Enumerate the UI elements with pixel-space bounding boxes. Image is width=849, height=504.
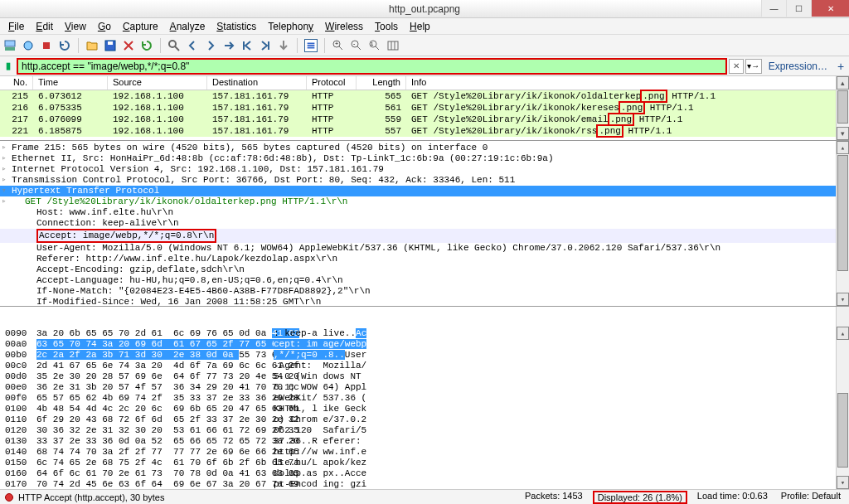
detail-useragent[interactable]: User-Agent: Mozilla/5.0 (Windows NT 6.1;…: [0, 243, 849, 254]
go-first-icon[interactable]: [240, 39, 254, 52]
interfaces-icon[interactable]: [3, 39, 17, 52]
start-capture-icon[interactable]: [22, 39, 35, 52]
packet-list-scrollbar[interactable]: ▴ ▾: [836, 76, 849, 140]
go-back-icon[interactable]: [186, 39, 199, 52]
menu-analyze[interactable]: Analyze: [165, 19, 211, 34]
detail-ethernet[interactable]: Ethernet II, Src: HonHaiPr_6d:48:8b (cc:…: [0, 153, 849, 164]
close-button[interactable]: ✕: [811, 0, 849, 17]
menu-capture[interactable]: Capture: [118, 19, 163, 34]
svg-rect-5: [108, 41, 113, 45]
clear-filter-button[interactable]: ✕: [729, 59, 744, 74]
restart-capture-icon[interactable]: [58, 39, 71, 52]
menu-telephony[interactable]: Telephony: [263, 19, 318, 34]
hex-row[interactable]: 014068 74 74 70 3a 2f 2f 77 77 77 2e 69 …: [0, 447, 849, 458]
close-file-icon[interactable]: [122, 39, 135, 52]
packet-details-pane[interactable]: Frame 215: 565 bytes on wire (4520 bits)…: [0, 141, 849, 307]
details-scrollbar[interactable]: ▴ ▾: [836, 141, 849, 306]
scroll-down-icon[interactable]: ▾: [837, 476, 849, 489]
hex-row[interactable]: 013033 37 2e 33 36 0d 0a 52 65 66 65 72 …: [0, 436, 849, 447]
detail-frame[interactable]: Frame 215: 565 bytes on wire (4520 bits)…: [0, 143, 849, 153]
hex-row[interactable]: 00e036 2e 31 3b 20 57 4f 57 36 34 29 20 …: [0, 382, 849, 393]
hex-row[interactable]: 00c02d 41 67 65 6e 74 3a 20 4d 6f 7a 69 …: [0, 361, 849, 371]
menu-go[interactable]: Go: [93, 19, 116, 34]
zoom-out-icon[interactable]: -: [350, 39, 363, 52]
hex-row[interactable]: 00b02c 2a 2f 2a 3b 71 3d 30 2e 38 0d 0a …: [0, 350, 849, 361]
packet-row[interactable]: 2156.073612192.168.1.100157.181.161.79HT…: [0, 90, 849, 102]
bookmark-filter-icon[interactable]: ▮: [2, 60, 15, 73]
hex-row[interactable]: 00a063 65 70 74 3a 20 69 6d 61 67 65 2f …: [0, 339, 849, 350]
detail-ip[interactable]: Internet Protocol Version 4, Src: 192.16…: [0, 164, 849, 175]
menu-help[interactable]: Help: [405, 19, 435, 34]
scroll-down-icon[interactable]: ▾: [837, 127, 849, 140]
detail-tcp[interactable]: Transmission Control Protocol, Src Port:…: [0, 175, 849, 186]
hex-row[interactable]: 01106f 29 20 43 68 72 6f 6d 65 2f 33 37 …: [0, 414, 849, 425]
add-filter-button[interactable]: +: [834, 60, 847, 73]
menu-view[interactable]: View: [60, 19, 91, 34]
reload-icon[interactable]: [140, 39, 153, 52]
expression-button[interactable]: Expression…: [764, 61, 832, 72]
detail-accept-language[interactable]: Accept-Language: hu-HU,hu;q=0.8,en-US;q=…: [0, 275, 849, 286]
col-destination[interactable]: Destination: [207, 76, 307, 90]
menu-tools[interactable]: Tools: [370, 19, 403, 34]
find-icon[interactable]: [167, 39, 181, 52]
go-to-icon[interactable]: [222, 39, 235, 52]
scroll-thumb[interactable]: [837, 155, 848, 271]
menu-wireless[interactable]: Wireless: [320, 19, 368, 34]
packet-row[interactable]: 2176.076099192.168.1.100157.181.161.79HT…: [0, 114, 849, 125]
hex-scrollbar[interactable]: ▴ ▾: [836, 307, 849, 489]
minimize-button[interactable]: —: [761, 0, 786, 17]
maximize-button[interactable]: ☐: [786, 0, 811, 17]
detail-referer[interactable]: Referer: http://www.inf.elte.hu/Lapok/ke…: [0, 254, 849, 264]
detail-if-none-match[interactable]: If-None-Match: "{02084E23-E4E5-4B60-A38B…: [0, 286, 849, 297]
scroll-thumb[interactable]: [837, 90, 848, 124]
hex-row[interactable]: 00f065 57 65 62 4b 69 74 2f 35 33 37 2e …: [0, 393, 849, 404]
go-last-icon[interactable]: [259, 39, 272, 52]
packet-row[interactable]: 2166.075335192.168.1.100157.181.161.79HT…: [0, 102, 849, 114]
scroll-thumb[interactable]: [837, 393, 848, 468]
zoom-reset-icon[interactable]: 1: [368, 39, 381, 52]
hex-row[interactable]: 012030 36 32 2e 31 32 30 20 53 61 66 61 …: [0, 425, 849, 436]
hex-row[interactable]: 016064 6f 6c 61 70 2e 61 73 70 78 0d 0a …: [0, 468, 849, 479]
stop-capture-icon[interactable]: [40, 39, 53, 52]
hex-row[interactable]: 01506c 74 65 2e 68 75 2f 4c 61 70 6f 6b …: [0, 458, 849, 468]
scroll-up-icon[interactable]: ▴: [837, 76, 849, 90]
col-length[interactable]: Length: [357, 76, 406, 90]
scroll-up-icon[interactable]: ▴: [837, 327, 849, 340]
detail-accept[interactable]: Accept: image/webp,*/*;q=0.8\r\n: [0, 229, 849, 243]
hex-row[interactable]: 00d035 2e 30 20 28 57 69 6e 64 6f 77 73 …: [0, 371, 849, 382]
auto-scroll-icon[interactable]: [277, 39, 290, 52]
col-protocol[interactable]: Protocol: [307, 76, 357, 90]
expert-info-icon[interactable]: [5, 493, 13, 502]
apply-filter-button[interactable]: ▾→: [745, 59, 762, 74]
detail-http[interactable]: Hypertext Transfer Protocol: [0, 186, 849, 196]
detail-if-modified-since[interactable]: If-Modified-Since: Wed, 16 Jan 2008 11:5…: [0, 297, 849, 307]
packet-row[interactable]: 2216.185875192.168.1.100157.181.161.79HT…: [0, 125, 849, 137]
hex-row[interactable]: 01004b 48 54 4d 4c 2c 20 6c 69 6b 65 20 …: [0, 404, 849, 414]
svg-line-15: [357, 46, 361, 50]
go-forward-icon[interactable]: [204, 39, 217, 52]
scroll-up-icon[interactable]: ▴: [837, 141, 849, 154]
detail-connection[interactable]: Connection: keep-alive\r\n: [0, 218, 849, 229]
menu-file[interactable]: File: [3, 19, 29, 34]
menu-edit[interactable]: Edit: [31, 19, 58, 34]
menu-statistics[interactable]: Statistics: [211, 19, 261, 34]
col-source[interactable]: Source: [108, 76, 207, 90]
col-time[interactable]: Time: [33, 76, 108, 90]
save-icon[interactable]: [104, 39, 117, 52]
col-no[interactable]: No.: [0, 76, 33, 90]
detail-accept-encoding[interactable]: Accept-Encoding: gzip,deflate,sdch\r\n: [0, 264, 849, 275]
colorize-icon[interactable]: [304, 39, 318, 52]
col-info[interactable]: Info: [406, 76, 849, 90]
hex-row[interactable]: 017070 74 2d 45 6e 63 6f 64 69 6e 67 3a …: [0, 479, 849, 489]
zoom-in-icon[interactable]: +: [332, 39, 345, 52]
packet-bytes-pane[interactable]: 00903a 20 6b 65 65 70 2d 61 6c 69 76 65 …: [0, 307, 849, 489]
open-icon[interactable]: [85, 39, 99, 52]
packet-list-body[interactable]: 2156.073612192.168.1.100157.181.161.79HT…: [0, 90, 849, 137]
status-profile[interactable]: Profile: Default: [778, 491, 844, 504]
detail-host[interactable]: Host: www.inf.elte.hu\r\n: [0, 207, 849, 218]
display-filter-input[interactable]: [17, 58, 727, 75]
scroll-down-icon[interactable]: ▾: [837, 293, 849, 306]
detail-http-request[interactable]: GET /Style%20Library/ik/ikonok/oldalterk…: [0, 196, 849, 207]
resize-columns-icon[interactable]: [386, 39, 400, 52]
hex-row[interactable]: 00903a 20 6b 65 65 70 2d 61 6c 69 76 65 …: [0, 328, 849, 339]
